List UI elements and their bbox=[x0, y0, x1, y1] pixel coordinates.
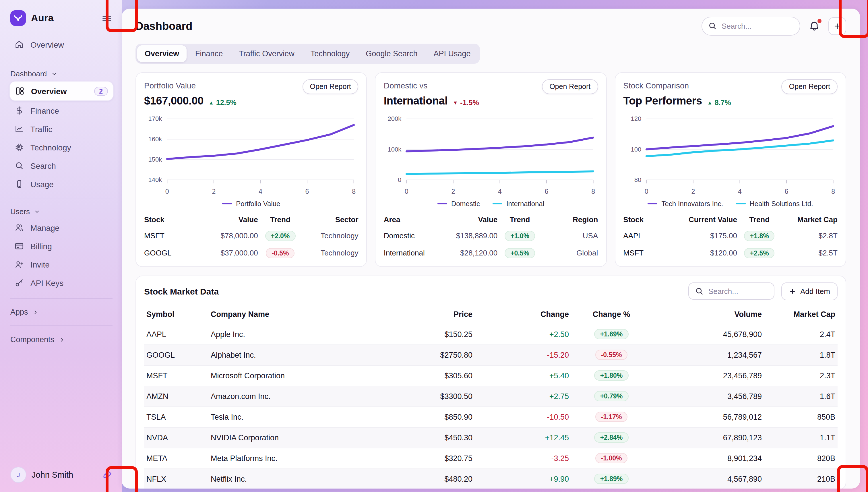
line-chart: 200k100k002468 bbox=[384, 112, 598, 198]
table-row[interactable]: MSFTMicrosoft Corporation$305.60+5.40+1.… bbox=[144, 365, 838, 386]
sidebar-item-billing[interactable]: Billing bbox=[9, 237, 114, 255]
section-label-text: Dashboard bbox=[10, 70, 47, 78]
sidebar-item-technology[interactable]: Technology bbox=[9, 138, 114, 156]
sidebar-header: Aura bbox=[9, 7, 114, 27]
chart-legend: Portfolio Value bbox=[144, 199, 358, 207]
line-chart: 170k160k150k140k02468 bbox=[144, 112, 358, 198]
stat-card-table: StockValueTrendSectorMSFT$78,000.00+2.0%… bbox=[144, 211, 358, 262]
tab-overview[interactable]: Overview bbox=[137, 45, 187, 62]
sidebar-item-overview[interactable]: Overview2 bbox=[9, 81, 114, 101]
open-report-button[interactable]: Open Report bbox=[542, 79, 598, 94]
delta-value: 8.7% bbox=[715, 99, 731, 107]
table-row[interactable]: TSLATesla Inc.$850.90-10.50-1.17%56,789,… bbox=[144, 406, 838, 427]
cell-market-cap: 1.1T bbox=[762, 433, 835, 442]
table-cell: +0.5% bbox=[497, 244, 542, 262]
delta-value: -1.5% bbox=[460, 99, 479, 107]
sidebar-item-label: Technology bbox=[30, 143, 108, 152]
cell-price: $305.60 bbox=[391, 371, 472, 380]
cell-symbol: GOOGL bbox=[146, 350, 211, 359]
table-column-header: Region bbox=[542, 211, 598, 227]
cell-volume: 56,789,012 bbox=[654, 413, 762, 421]
table-row[interactable]: METAMeta Platforms Inc.$320.75-3.25-1.00… bbox=[144, 447, 838, 468]
cell-price: $480.20 bbox=[391, 474, 472, 483]
trend-badge: +1.0% bbox=[504, 230, 535, 241]
table-column-header: Symbol bbox=[146, 304, 211, 323]
sidebar-section-label[interactable]: Users bbox=[9, 205, 114, 218]
cell-change-pct: -1.00% bbox=[569, 453, 654, 463]
cell-market-cap: 850B bbox=[762, 413, 835, 421]
cell-volume: 8,901,234 bbox=[654, 454, 762, 463]
tab-technology[interactable]: Technology bbox=[303, 45, 357, 62]
add-item-button[interactable]: Add Item bbox=[781, 282, 838, 300]
table-cell: AAPL bbox=[623, 228, 670, 243]
svg-text:8: 8 bbox=[592, 188, 595, 195]
svg-text:4: 4 bbox=[498, 188, 502, 195]
table-cell: +1.0% bbox=[497, 227, 542, 244]
cell-symbol: AAPL bbox=[146, 330, 211, 339]
sidebar-item-label: Overview bbox=[30, 40, 108, 49]
dashboard-tabs: OverviewFinanceTraffic OverviewTechnolog… bbox=[135, 44, 480, 64]
avatar: J bbox=[10, 467, 26, 483]
cell-change-pct: +1.80% bbox=[569, 370, 654, 380]
sidebar-link-apps[interactable]: Apps bbox=[9, 304, 114, 320]
cell-volume: 3,456,789 bbox=[654, 392, 762, 400]
search-icon bbox=[14, 161, 24, 171]
tab-api-usage[interactable]: API Usage bbox=[426, 45, 478, 62]
user-plus-icon bbox=[14, 260, 24, 269]
table-row[interactable]: GOOGLAlphabet Inc.$2750.80-15.20-0.55%1,… bbox=[144, 344, 838, 365]
open-report-button[interactable]: Open Report bbox=[782, 79, 838, 94]
sidebar-item-api-keys[interactable]: API Keys bbox=[9, 274, 114, 292]
cell-symbol: META bbox=[146, 454, 211, 463]
table-column-header: Trend bbox=[737, 211, 782, 227]
sidebar-item-manage[interactable]: Manage bbox=[9, 219, 114, 237]
table-cell: $2.5T bbox=[782, 245, 838, 261]
cell-symbol: AMZN bbox=[146, 392, 211, 400]
sidebar-item-traffic[interactable]: Traffic bbox=[9, 120, 114, 138]
notifications-button[interactable] bbox=[808, 20, 820, 32]
table-row[interactable]: AMZNAmazon.com Inc.$3300.50+2.75+0.79%3,… bbox=[144, 386, 838, 406]
stat-card-value-row: Top Performers▲8.7% bbox=[623, 95, 838, 107]
svg-text:0: 0 bbox=[398, 176, 402, 183]
cell-company: NVIDIA Corporation bbox=[211, 433, 391, 442]
open-report-button[interactable]: Open Report bbox=[302, 79, 358, 94]
table-search bbox=[688, 282, 774, 300]
cell-change: -3.25 bbox=[472, 454, 569, 463]
dollar-icon bbox=[14, 106, 24, 115]
svg-text:150k: 150k bbox=[148, 156, 162, 163]
tab-traffic-overview[interactable]: Traffic Overview bbox=[231, 45, 302, 62]
table-row[interactable]: AAPLApple Inc.$150.25+2.50+1.69%45,678,9… bbox=[144, 323, 838, 344]
table-cell: MSFT bbox=[144, 228, 191, 243]
sidebar-item-search[interactable]: Search bbox=[9, 157, 114, 174]
sidebar-divider bbox=[10, 298, 113, 298]
sidebar-item-finance[interactable]: Finance bbox=[9, 102, 114, 119]
table-column-header: Company Name bbox=[211, 304, 391, 323]
sidebar-section-label[interactable]: Dashboard bbox=[9, 67, 114, 80]
table-row[interactable]: NFLXNetflix Inc.$480.20+9.90+1.89%4,567,… bbox=[144, 468, 838, 489]
sidebar-item-usage[interactable]: Usage bbox=[9, 175, 114, 193]
sidebar-user[interactable]: J John Smith bbox=[9, 463, 114, 486]
sidebar-item-overview[interactable]: Overview bbox=[9, 35, 114, 53]
svg-text:2: 2 bbox=[691, 188, 695, 195]
cell-market-cap: 210B bbox=[762, 474, 835, 483]
aura-logo-icon bbox=[10, 10, 26, 26]
cell-company: Microsoft Corporation bbox=[211, 371, 391, 380]
sidebar-link-components[interactable]: Components bbox=[9, 332, 114, 347]
table-cell: $175.00 bbox=[670, 228, 737, 243]
sidebar-item-badge: 2 bbox=[94, 87, 108, 96]
chevron-down-icon bbox=[33, 208, 41, 215]
cell-market-cap: 2.3T bbox=[762, 371, 835, 380]
table-cell: +2.5% bbox=[737, 244, 782, 262]
sidebar-item-invite[interactable]: Invite bbox=[9, 255, 114, 273]
tab-google-search[interactable]: Google Search bbox=[358, 45, 425, 62]
cell-price: $450.30 bbox=[391, 433, 472, 442]
tab-finance[interactable]: Finance bbox=[188, 45, 230, 62]
main-content: Dashboard OverviewFinanceTraffic Overvie… bbox=[122, 8, 860, 489]
sidebar-divider bbox=[10, 199, 113, 199]
table-row[interactable]: NVDANVIDIA Corporation$450.30+12.45+2.84… bbox=[144, 427, 838, 447]
change-pct-badge: +1.80% bbox=[594, 370, 628, 380]
chip-icon bbox=[14, 142, 24, 152]
stat-card-label: Stock Comparison bbox=[623, 79, 782, 90]
cell-company: Alphabet Inc. bbox=[211, 350, 391, 359]
table-column-header: Area bbox=[384, 211, 430, 227]
stat-card-value-row: $167,000.00▲12.5% bbox=[144, 95, 358, 107]
